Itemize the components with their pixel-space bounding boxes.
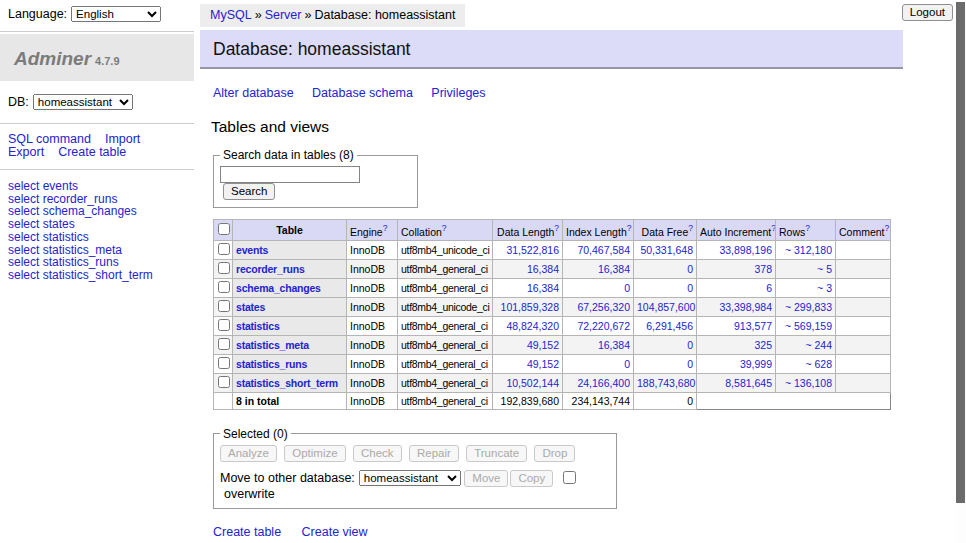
alter-database-link[interactable]: Alter database: [213, 86, 294, 100]
rows-count-link[interactable]: ~ 628: [805, 358, 832, 370]
sidebar-link-export[interactable]: Export: [8, 145, 44, 159]
select-all-checkbox[interactable]: [218, 223, 230, 235]
table-link-statistics-meta[interactable]: statistics_meta: [236, 339, 309, 351]
drop-button[interactable]: Drop: [534, 445, 575, 462]
sidebar-link-sql-command[interactable]: SQL command: [8, 132, 91, 146]
table-link-recorder-runs[interactable]: recorder_runs: [236, 263, 305, 275]
row-checkbox[interactable]: [218, 319, 230, 331]
index-length-cell: 24,166,400: [563, 373, 634, 392]
truncate-button[interactable]: Truncate: [466, 445, 527, 462]
db-select[interactable]: homeassistant: [33, 94, 133, 110]
breadcrumb: MySQL»Server»Database: homeassistant: [200, 4, 465, 27]
data-length-cell: 49,152: [493, 354, 563, 373]
engine-hint-link[interactable]: ?: [383, 223, 388, 233]
comment-cell: [836, 335, 891, 354]
index-length-cell: 16,384: [563, 335, 634, 354]
row-checkbox[interactable]: [218, 357, 230, 369]
data-length-cell: 31,522,816: [493, 240, 563, 259]
check-button[interactable]: Check: [353, 445, 402, 462]
table-link-statistics-runs[interactable]: statistics_runs: [236, 358, 307, 370]
create-table-link[interactable]: Create table: [213, 525, 281, 539]
engine-cell: InnoDB: [347, 240, 398, 259]
create-links-row: Create table Create view: [213, 525, 903, 539]
sidebar-item-select-statistics[interactable]: select statistics: [8, 231, 186, 244]
auto-increment-cell: 39,999: [697, 354, 776, 373]
index-length-cell: 72,220,672: [563, 316, 634, 335]
row-checkbox[interactable]: [218, 376, 230, 388]
collation-cell: utf8mb4_general_ci: [398, 373, 493, 392]
breadcrumb-link-server[interactable]: Server: [265, 8, 302, 22]
search-button[interactable]: Search: [223, 183, 275, 200]
column-header-data-free: Data Free?: [634, 220, 697, 241]
language-select[interactable]: English: [71, 6, 161, 22]
table-link-statistics-short-term[interactable]: statistics_short_term: [236, 377, 338, 389]
tables-and-views-heading: Tables and views: [211, 118, 903, 136]
copy-button[interactable]: Copy: [510, 470, 553, 487]
breadcrumb-link-mysql[interactable]: MySQL: [210, 8, 252, 22]
adminer-version[interactable]: 4.7.9: [95, 55, 119, 67]
data-free-hint-link[interactable]: ?: [688, 223, 693, 233]
rows-count-link[interactable]: ~ 3: [817, 282, 832, 294]
table-link-states[interactable]: states: [236, 301, 265, 313]
column-header-collation: Collation?: [398, 220, 493, 241]
table-link-schema-changes[interactable]: schema_changes: [236, 282, 321, 294]
sidebar-item-select-states[interactable]: select states: [8, 218, 186, 231]
row-checkbox[interactable]: [218, 338, 230, 350]
column-header-auto-increment: Auto Increment?: [697, 220, 776, 241]
index-length-cell: 67,256,320: [563, 297, 634, 316]
data-free-cell: 0: [634, 354, 697, 373]
table-link-statistics[interactable]: statistics: [236, 320, 280, 332]
optimize-button[interactable]: Optimize: [284, 445, 345, 462]
selected-buttons-row: Analyze Optimize Check Repair Truncate D…: [220, 445, 610, 462]
sidebar-link-import[interactable]: Import: [105, 132, 140, 146]
database-schema-link[interactable]: Database schema: [312, 86, 413, 100]
comment-cell: [836, 316, 891, 335]
sidebar-link-create-table[interactable]: Create table: [58, 145, 126, 159]
data-length-hint-link[interactable]: ?: [554, 223, 559, 233]
repair-button[interactable]: Repair: [409, 445, 459, 462]
rows-count-link[interactable]: ~ 569,159: [785, 320, 832, 332]
sidebar-item-select-statistics-short-term[interactable]: select statistics_short_term: [8, 269, 186, 282]
data-length-cell: 10,502,144: [493, 373, 563, 392]
total-index-length: 234,143,744: [563, 392, 634, 409]
row-checkbox[interactable]: [218, 281, 230, 293]
data-length-cell: 16,384: [493, 259, 563, 278]
engine-cell: InnoDB: [347, 373, 398, 392]
rows-count-link[interactable]: ~ 299,833: [785, 301, 832, 313]
rows-hint-link[interactable]: ?: [805, 223, 810, 233]
sidebar-item-select-events[interactable]: select events: [8, 180, 186, 193]
row-checkbox[interactable]: [218, 300, 230, 312]
collation-hint-link[interactable]: ?: [442, 223, 447, 233]
search-input[interactable]: [220, 166, 360, 183]
rows-count-link[interactable]: ~ 244: [805, 339, 832, 351]
analyze-button[interactable]: Analyze: [220, 445, 277, 462]
create-view-link[interactable]: Create view: [302, 525, 368, 539]
rows-count-link[interactable]: ~ 5: [817, 263, 832, 275]
data-free-cell: 50,331,648: [634, 240, 697, 259]
data-free-cell: 0: [634, 335, 697, 354]
sidebar: Language:English Adminer4.7.9 DB:homeass…: [0, 0, 194, 290]
column-header-rows: Rows?: [776, 220, 836, 241]
row-checkbox[interactable]: [218, 262, 230, 274]
breadcrumb-current: Database: homeassistant: [314, 8, 455, 22]
move-button[interactable]: Move: [464, 470, 508, 487]
divider: [0, 169, 194, 170]
privileges-link[interactable]: Privileges: [431, 86, 485, 100]
rows-count-link[interactable]: ~ 312,180: [785, 244, 832, 256]
engine-cell: InnoDB: [347, 259, 398, 278]
column-header-engine: Engine?: [347, 220, 398, 241]
auto-increment-hint-link[interactable]: ?: [771, 223, 775, 233]
breadcrumb-separator: »: [255, 8, 262, 22]
rows-count-link[interactable]: ~ 136,108: [785, 377, 832, 389]
row-checkbox[interactable]: [218, 243, 230, 255]
collation-cell: utf8mb4_unicode_ci: [398, 297, 493, 316]
index-length-hint-link[interactable]: ?: [627, 223, 632, 233]
divider: [0, 123, 194, 124]
adminer-logo[interactable]: Adminer: [14, 48, 91, 69]
scrollbar-thumb[interactable]: [956, 2, 965, 503]
comment-hint-link[interactable]: ?: [885, 223, 890, 233]
vertical-scrollbar[interactable]: [956, 0, 966, 543]
table-link-events[interactable]: events: [236, 244, 268, 256]
overwrite-checkbox[interactable]: [563, 471, 576, 484]
move-database-select[interactable]: homeassistant: [359, 470, 461, 486]
